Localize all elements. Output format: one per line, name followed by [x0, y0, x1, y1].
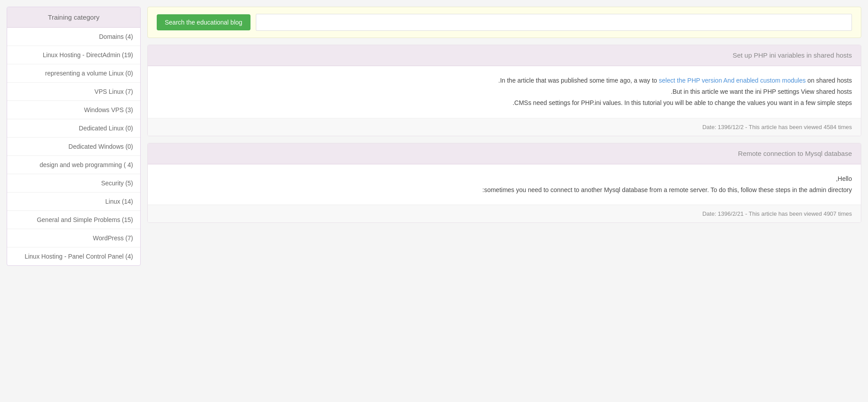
sidebar-category-item[interactable]: (Linux Hosting - DirectAdmin (19 — [7, 46, 140, 64]
article-body: In the article that was published some t… — [148, 66, 861, 118]
sidebar-category-item[interactable]: (WordPress (7 — [7, 229, 140, 247]
sidebar-category-item[interactable]: (General and Simple Problems (15 — [7, 211, 140, 229]
sidebar-category-item[interactable]: (representing a volume Linux (0 — [7, 64, 140, 83]
sidebar-category-item[interactable]: (Linux (14 — [7, 193, 140, 211]
article-text-line: But in this article we want the ini PHP … — [157, 86, 852, 97]
search-input[interactable] — [256, 14, 852, 31]
search-button[interactable]: Search the educational blog — [157, 14, 250, 30]
sidebar-category-item[interactable]: (VPS Linux (7 — [7, 83, 140, 101]
article-title-link[interactable]: Set up PHP ini variables in shared hosts — [733, 51, 852, 59]
article-text-line: CMSs need settings for PHP.ini values. I… — [157, 97, 852, 109]
article-footer: Date: 1396/12/2 - This article has been … — [148, 118, 861, 136]
sidebar-category-item[interactable]: (Windows VPS (3 — [7, 101, 140, 119]
article-text-line: Hello, — [157, 173, 852, 184]
sidebar: Training category (Domains (4(Linux Host… — [7, 7, 141, 266]
main-content: Search the educational blog Set up PHP i… — [147, 7, 861, 266]
article-card: Set up PHP ini variables in shared hosts… — [147, 45, 861, 136]
page-layout: Search the educational blog Set up PHP i… — [0, 0, 868, 272]
article-text-line: sometimes you need to connect to another… — [157, 184, 852, 196]
search-box: Search the educational blog — [147, 7, 861, 38]
article-meta: Date: 1396/12/2 - This article has been … — [702, 124, 852, 130]
sidebar-category-item[interactable]: (Domains (4 — [7, 28, 140, 46]
article-body: Hello, sometimes you need to connect to … — [148, 164, 861, 205]
sidebar-title: Training category — [7, 7, 140, 28]
article-highlight[interactable]: select the PHP version And enabled custo… — [659, 77, 806, 84]
sidebar-category-item[interactable]: (Dedicated Linux (0 — [7, 119, 140, 138]
sidebar-category-item[interactable]: (Dedicated Windows (0 — [7, 138, 140, 156]
article-text-line: In the article that was published some t… — [157, 75, 852, 86]
article-title-link[interactable]: Remote connection to Mysql database — [738, 150, 852, 157]
article-card: Remote connection to Mysql database Hell… — [147, 143, 861, 223]
sidebar-categories: (Domains (4(Linux Hosting - DirectAdmin … — [7, 28, 140, 265]
article-footer: Date: 1396/2/21 - This article has been … — [148, 205, 861, 222]
article-meta: Date: 1396/2/21 - This article has been … — [702, 210, 852, 217]
article-header: Remote connection to Mysql database — [148, 143, 861, 164]
sidebar-box: Training category (Domains (4(Linux Host… — [7, 7, 141, 266]
sidebar-category-item[interactable]: (design and web programming ( 4 — [7, 156, 140, 174]
article-header: Set up PHP ini variables in shared hosts — [148, 45, 861, 66]
sidebar-category-item[interactable]: (Security (5 — [7, 174, 140, 193]
sidebar-category-item[interactable]: (Linux Hosting - Panel Control Panel (4 — [7, 247, 140, 265]
